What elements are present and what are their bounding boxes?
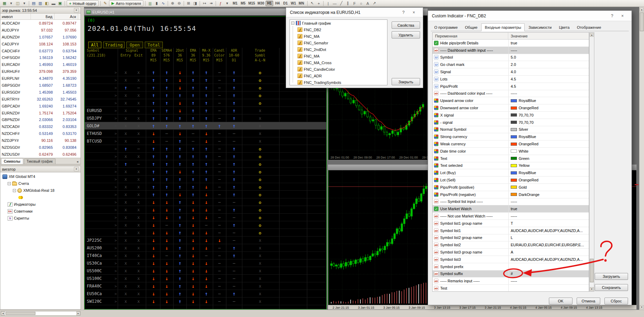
data-window-icon[interactable]: ▥ (37, 0, 43, 6)
market-watch-row[interactable]: CADJPY#108.124108.153 (0, 41, 81, 48)
param-value[interactable]: 2.0 (508, 61, 589, 68)
param-value[interactable]: AUDCAD,AUDCHF,AUDJPY,AUDNZD,A... (508, 256, 589, 263)
param-value[interactable]: ----- (508, 198, 589, 205)
market-watch-row[interactable]: GBPCAD#1.692401.69274 (0, 103, 81, 110)
row-chevron-icon[interactable]: > (115, 207, 117, 212)
column-bid[interactable]: Бид (31, 14, 55, 19)
param-row[interactable]: abSymbol list3 group nameA (433, 249, 589, 256)
row-chevron-icon[interactable]: > (115, 223, 117, 227)
dashboard-row[interactable]: >xx↑↑↑↑↑–↑o (85, 92, 326, 99)
param-value[interactable]: 4.5 (508, 83, 589, 90)
dashboard-row[interactable]: EURUSD>xx↑↑↓↑↑–↑x (85, 107, 326, 114)
strategy-tester-icon[interactable]: ▣ (57, 0, 63, 6)
row-chevron-icon[interactable]: > (115, 185, 117, 189)
timeframe-m15-button[interactable]: M15 (247, 1, 256, 6)
param-value[interactable]: A (508, 249, 589, 256)
market-watch-row[interactable]: EURCAD#1.459931.46019 (0, 61, 81, 68)
tab-symbols[interactable]: Символы (1, 158, 23, 164)
trendline-icon[interactable]: ╱ (338, 0, 344, 6)
dashboard-row[interactable]: US500C>xx↓↓↑↓↓––x (85, 267, 326, 275)
dashboard-row[interactable]: >xx↑↑↑↑↓–↑o (85, 183, 326, 191)
param-value[interactable]: 4.0 (508, 68, 589, 75)
filter-open-button[interactable]: Open (126, 42, 143, 48)
load-button[interactable]: Загрузить (595, 273, 628, 280)
reset-button[interactable]: Сброс (604, 298, 628, 305)
param-value[interactable]: ----- (508, 90, 589, 97)
dashboard-row[interactable]: >xx↑↑↓↑↑–↑o (85, 99, 326, 107)
market-watch-row[interactable]: EURHUF#379.098379.359 (0, 68, 81, 75)
market-watch-row[interactable]: NZDJPY#90.11690.138 (0, 137, 81, 144)
properties-button[interactable]: Свойства (392, 22, 420, 29)
indicator-list-item[interactable]: ƒFNC_ADR (290, 72, 387, 79)
param-value[interactable]: # (508, 271, 589, 277)
indicator-list-item[interactable]: ƒFNC_Semafor (290, 40, 387, 46)
timeframe-m30-button[interactable]: M30 (257, 1, 265, 6)
scroll-up-icon[interactable]: ▲ (640, 8, 644, 11)
param-value[interactable]: Silver (508, 126, 589, 133)
market-watch-row[interactable]: AUDCAD#0.897240.89747 (0, 20, 81, 27)
chart-shift-icon[interactable]: ↠ (208, 0, 214, 6)
param-row[interactable]: abSymbol list1AUDCAD,AUDCHF,AUDJPY,AUDNZ… (433, 227, 589, 234)
dashboard-row[interactable]: >xx↑↑↓↑↓–↑o (85, 191, 326, 198)
navigator-icon[interactable]: ◧ (44, 0, 50, 6)
row-chevron-icon[interactable]: > (115, 238, 117, 242)
tree-expander-icon[interactable]: − (13, 189, 16, 192)
row-chevron-icon[interactable]: > (115, 85, 117, 90)
indicator-list-item[interactable]: ƒFNC_MA (290, 53, 387, 59)
dashboard-row[interactable]: >↑–↑↑↑↑↑–↑o (85, 145, 326, 153)
dashboard-row[interactable]: >xx↑↑↑↑↑–↑o (85, 175, 326, 183)
horizontal-line-icon[interactable]: ― (332, 0, 338, 6)
tree-expander-icon[interactable]: − (291, 22, 294, 25)
market-watch-row[interactable]: AUDNZD#1.076571.07690 (0, 34, 81, 41)
indicator-list-item[interactable]: ƒFNC_CandleColor (290, 66, 387, 72)
navigator-item-server[interactable]: XM Global MT4 (0, 173, 81, 180)
param-row[interactable]: 12Go chart mark2.0 (433, 61, 589, 68)
indicators-dropdown-icon[interactable]: ▾ (224, 0, 230, 6)
row-chevron-icon[interactable]: > (115, 177, 117, 181)
tab-цвета[interactable]: Цвета (555, 24, 573, 31)
tab-отображение[interactable]: Отображение (574, 24, 605, 31)
param-row[interactable]: 12Symbol5.0 (433, 54, 589, 61)
cancel-button[interactable]: Отмена (577, 298, 600, 305)
param-row[interactable]: Lot (Buy)RoyalBlue (433, 169, 589, 177)
navigator-item-account-state[interactable] (0, 194, 81, 201)
dashboard-row[interactable]: >xx↓↓↑↓↓–↑o (85, 206, 326, 214)
save-button[interactable]: Сохранить (595, 284, 628, 291)
navigator-item-accounts[interactable]: −Счета (0, 180, 81, 187)
new-order-button[interactable]: +Новый ордер (67, 0, 99, 6)
dashboard-row[interactable]: IT40Ca>xx↓–↑↓––↑x (85, 252, 326, 259)
param-row[interactable]: Downward arrow colorOrangeRed (433, 104, 589, 112)
param-row[interactable]: Normal SymbolSilver (433, 126, 589, 134)
row-chevron-icon[interactable]: > (115, 284, 117, 288)
param-value[interactable]: ----- (508, 47, 589, 54)
param-value[interactable]: 70,70,70 (508, 112, 589, 119)
market-watch-row[interactable]: NZDSGD#0.829650.83084 (0, 144, 81, 151)
param-value[interactable]: EURAUD,EURCAD,EURCHF,EURGBP,E... (508, 241, 589, 248)
param-value[interactable]: 4.5 (508, 76, 589, 83)
market-watch-row[interactable]: NZDUSD#0.624790.62496 (0, 151, 81, 158)
param-row[interactable]: ab----- Remarks input ---------- (433, 277, 589, 285)
param-value[interactable] (508, 285, 589, 292)
dashboard-row[interactable]: >↑–↑↑↑↑↑–↑o (85, 160, 326, 168)
param-row[interactable]: abSymbol suffix# (433, 271, 589, 278)
market-watch-row[interactable]: NZDCAD#0.833320.83353 (0, 123, 81, 130)
line-chart-icon[interactable]: ∿ (160, 0, 166, 6)
dashboard-row[interactable]: >xx↑↑↑↑↑–↑o (85, 153, 326, 160)
params-dialog-titlebar[interactable]: Custom Indicator - FNC_DB2 ? × (428, 11, 632, 21)
param-value[interactable]: Green (508, 155, 589, 162)
param-value[interactable]: ----- (508, 213, 589, 220)
param-value[interactable]: OrangeRed (508, 140, 589, 147)
chart-profiles-icon[interactable]: ◫ (15, 0, 21, 6)
row-chevron-icon[interactable]: > (115, 123, 117, 128)
param-row[interactable]: 12Signal4.0 (433, 68, 589, 76)
param-value[interactable]: ----- (508, 277, 589, 284)
column-symbol[interactable]: имвол (0, 14, 31, 19)
param-row[interactable]: Pips/Profit (positive)Gold (433, 184, 589, 191)
param-value[interactable]: Yellow (508, 162, 589, 169)
row-chevron-icon[interactable]: > (115, 169, 117, 174)
timeframe-h1-button[interactable]: H1 (266, 1, 273, 6)
chart-profiles-dropdown-icon[interactable]: ▾ (21, 0, 27, 6)
timeframe-w1-button[interactable]: W1 (290, 1, 297, 6)
market-watch-row[interactable]: CHFSGD#1.561191.56242 (0, 54, 81, 61)
channel-icon[interactable]: ∥ (345, 0, 351, 6)
